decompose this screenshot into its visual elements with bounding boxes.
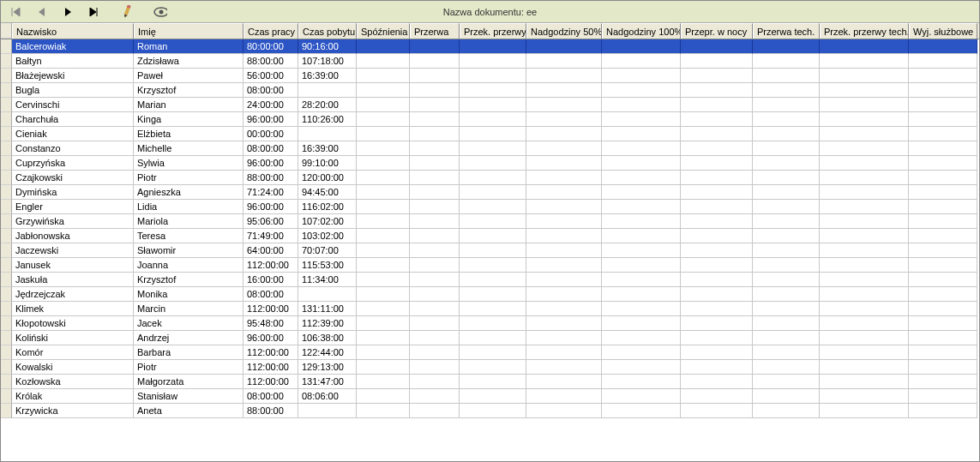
cell-przeprwnocy[interactable] — [681, 375, 753, 389]
cell-imie[interactable]: Roman — [134, 39, 243, 54]
cell-imie[interactable]: Joanna — [134, 258, 243, 273]
cell-spoznienia[interactable] — [357, 404, 410, 418]
cell-nazwisko[interactable]: Koliński — [12, 331, 134, 345]
table-row[interactable]: CuprzyńskaSylwia96:00:0099:10:00 — [1, 156, 979, 171]
col-header-przerwatech[interactable]: Przerwa tech. — [753, 23, 820, 39]
cell-przerwatech[interactable] — [753, 287, 820, 302]
cell-przekprzerwy[interactable] — [460, 273, 526, 287]
table-row[interactable]: KomórBarbara112:00:00122:44:00 — [1, 345, 979, 360]
cell-czaspracy[interactable]: 08:00:00 — [243, 83, 298, 98]
cell-przerwatech[interactable] — [753, 345, 820, 360]
cell-przekprzerwytech[interactable] — [820, 331, 909, 345]
table-row[interactable]: BłażejewskiPaweł56:00:0016:39:00 — [1, 69, 979, 83]
cell-nazwisko[interactable]: Jędrzejczak — [12, 287, 134, 302]
table-row[interactable]: KłopotowskiJacek95:48:00112:39:00 — [1, 316, 979, 331]
cell-czaspobytu[interactable]: 107:18:00 — [298, 54, 357, 69]
cell-nadg100[interactable] — [602, 214, 681, 229]
cell-przerwa[interactable] — [410, 345, 460, 360]
view-button[interactable] — [153, 5, 167, 19]
cell-spoznienia[interactable] — [357, 39, 410, 54]
cell-spoznienia[interactable] — [357, 83, 410, 98]
cell-przekprzerwy[interactable] — [460, 69, 526, 83]
cell-imie[interactable]: Sławomir — [134, 243, 243, 258]
row-gutter[interactable] — [1, 302, 12, 316]
cell-przerwatech[interactable] — [753, 258, 820, 273]
cell-spoznienia[interactable] — [357, 54, 410, 69]
cell-przerwatech[interactable] — [753, 316, 820, 331]
cell-przerwa[interactable] — [410, 98, 460, 112]
next-button[interactable] — [61, 5, 75, 19]
row-gutter[interactable] — [1, 69, 12, 83]
cell-spoznienia[interactable] — [357, 258, 410, 273]
cell-czaspracy[interactable]: 64:00:00 — [243, 243, 298, 258]
cell-przerwatech[interactable] — [753, 83, 820, 98]
cell-wyjsluzbowe[interactable] — [909, 98, 977, 112]
table-row[interactable]: JaczewskiSławomir64:00:0070:07:00 — [1, 243, 979, 258]
cell-nazwisko[interactable]: Cervinschi — [12, 98, 134, 112]
cell-czaspobytu[interactable] — [298, 127, 357, 141]
cell-imie[interactable]: Elżbieta — [134, 127, 243, 141]
cell-czaspobytu[interactable]: 107:02:00 — [298, 214, 357, 229]
cell-przerwatech[interactable] — [753, 185, 820, 200]
cell-nadg50[interactable] — [526, 185, 602, 200]
cell-czaspobytu[interactable]: 120:00:00 — [298, 171, 357, 185]
row-gutter[interactable] — [1, 345, 12, 360]
col-header-nadg50[interactable]: Nadgodziny 50% — [526, 23, 602, 39]
cell-przerwa[interactable] — [410, 171, 460, 185]
row-gutter[interactable] — [1, 229, 12, 243]
cell-przekprzerwytech[interactable] — [820, 171, 909, 185]
cell-nadg50[interactable] — [526, 112, 602, 127]
cell-przeprwnocy[interactable] — [681, 156, 753, 171]
cell-spoznienia[interactable] — [357, 287, 410, 302]
col-header-spoznienia[interactable]: Spóźnienia — [357, 23, 410, 39]
cell-imie[interactable]: Mariola — [134, 214, 243, 229]
cell-nadg50[interactable] — [526, 69, 602, 83]
cell-przekprzerwytech[interactable] — [820, 156, 909, 171]
cell-nadg100[interactable] — [602, 127, 681, 141]
cell-nazwisko[interactable]: Engler — [12, 200, 134, 214]
cell-spoznienia[interactable] — [357, 389, 410, 404]
cell-nadg100[interactable] — [602, 83, 681, 98]
cell-nadg100[interactable] — [602, 404, 681, 418]
cell-imie[interactable]: Aneta — [134, 404, 243, 418]
cell-przekprzerwytech[interactable] — [820, 214, 909, 229]
cell-nadg50[interactable] — [526, 54, 602, 69]
cell-przekprzerwytech[interactable] — [820, 141, 909, 156]
cell-przerwa[interactable] — [410, 214, 460, 229]
cell-czaspracy[interactable]: 88:00:00 — [243, 404, 298, 418]
cell-nazwisko[interactable]: Błażejewski — [12, 69, 134, 83]
row-gutter[interactable] — [1, 258, 12, 273]
cell-przekprzerwytech[interactable] — [820, 112, 909, 127]
cell-nadg50[interactable] — [526, 316, 602, 331]
cell-przekprzerwy[interactable] — [460, 98, 526, 112]
cell-czaspracy[interactable]: 88:00:00 — [243, 171, 298, 185]
cell-przekprzerwytech[interactable] — [820, 258, 909, 273]
cell-spoznienia[interactable] — [357, 345, 410, 360]
cell-imie[interactable]: Sylwia — [134, 156, 243, 171]
cell-przekprzerwy[interactable] — [460, 185, 526, 200]
cell-nazwisko[interactable]: Komór — [12, 345, 134, 360]
cell-nadg100[interactable] — [602, 243, 681, 258]
cell-przerwa[interactable] — [410, 156, 460, 171]
row-gutter[interactable] — [1, 243, 12, 258]
cell-przerwa[interactable] — [410, 127, 460, 141]
cell-czaspracy[interactable]: 56:00:00 — [243, 69, 298, 83]
cell-przekprzerwytech[interactable] — [820, 404, 909, 418]
cell-nazwisko[interactable]: Kowalski — [12, 360, 134, 375]
cell-nadg100[interactable] — [602, 69, 681, 83]
cell-czaspobytu[interactable] — [298, 404, 357, 418]
cell-wyjsluzbowe[interactable] — [909, 287, 977, 302]
cell-przerwa[interactable] — [410, 39, 460, 54]
col-header-nadg100[interactable]: Nadgodziny 100% — [602, 23, 681, 39]
cell-czaspracy[interactable]: 16:00:00 — [243, 273, 298, 287]
cell-nazwisko[interactable]: Jaczewski — [12, 243, 134, 258]
cell-wyjsluzbowe[interactable] — [909, 54, 977, 69]
cell-wyjsluzbowe[interactable] — [909, 302, 977, 316]
cell-wyjsluzbowe[interactable] — [909, 345, 977, 360]
cell-przekprzerwytech[interactable] — [820, 243, 909, 258]
row-gutter[interactable] — [1, 83, 12, 98]
cell-przerwa[interactable] — [410, 83, 460, 98]
cell-spoznienia[interactable] — [357, 141, 410, 156]
cell-przekprzerwytech[interactable] — [820, 69, 909, 83]
cell-przerwatech[interactable] — [753, 156, 820, 171]
